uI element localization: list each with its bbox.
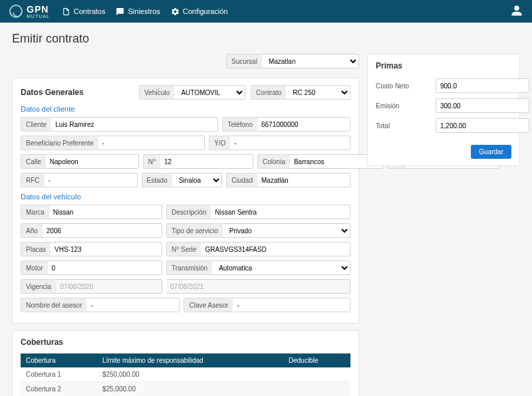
total-input[interactable] [436,118,529,133]
vehiculo-label: Vehículo [139,85,174,100]
serie-input[interactable] [201,242,350,256]
telefono-input[interactable] [257,117,350,132]
nav-contratos[interactable]: Contratos [62,7,106,16]
sucursal-label: Sucursal [226,54,262,68]
datos-generales-card: Datos Generales Vehículo AUTOMOVIL Contr… [12,78,359,324]
calle-input[interactable] [46,154,139,169]
sucursal-select[interactable]: Mazatlan [262,54,359,68]
vehiculo-select[interactable]: AUTOMOVIL [174,85,245,100]
cliente-input[interactable] [51,117,218,132]
contrato-label: Contrato [251,85,286,100]
coberturas-card: Coberturas Cobertura Límite máximo de re… [12,330,359,396]
brand-sub: MUTUAL [27,14,50,19]
servicio-select[interactable]: Privado [223,223,350,238]
coberturas-table: Cobertura Límite máximo de responsabilid… [21,353,350,396]
chat-icon [116,7,124,16]
generales-title: Datos Generales [21,88,134,97]
brand-main: GPN [27,5,50,14]
ano-input[interactable] [43,223,162,238]
guardar-button[interactable]: Guardar [471,145,511,159]
estado-select[interactable]: Sinaloa [172,173,223,187]
top-nav: GPN MUTUAL Contratos Siniestros Configur… [0,0,532,23]
logo-mark-icon [9,5,23,18]
gear-icon [171,7,180,16]
vigencia-to-input[interactable] [166,279,350,294]
clave-asesor-input[interactable] [233,298,350,312]
motor-input[interactable] [48,260,162,275]
user-icon [511,5,523,17]
brand-logo: GPN MUTUAL [9,5,50,19]
table-row: Cobertura 2$25,000.00 [21,382,350,397]
rfc-input[interactable] [45,173,138,187]
contrato-select[interactable]: RC 250 [286,85,350,100]
numero-input[interactable] [160,154,253,169]
beneficiario-input[interactable] [98,136,205,150]
nav-configuracion[interactable]: Configuración [171,7,228,16]
emision-input[interactable] [436,98,529,113]
page-title: Emitir contrato [12,32,520,46]
asesor-input[interactable] [86,298,180,312]
coberturas-title: Coberturas [21,338,350,347]
placas-input[interactable] [51,242,162,256]
transmision-select[interactable]: Automatica [212,260,350,275]
ciudad-input[interactable] [257,173,350,187]
costo-neto-input[interactable] [436,78,529,93]
nav-siniestros[interactable]: Siniestros [116,7,160,16]
file-icon [62,7,70,16]
marca-input[interactable] [49,205,162,219]
primas-title: Primas [376,61,511,70]
primas-card: Primas Costo Neto Emisión Total Guardar [367,54,520,166]
user-menu[interactable] [511,5,523,18]
descripcion-input[interactable] [211,205,350,219]
table-row: Cobertura 1$250,000.00 [21,367,350,382]
vehiculo-subheader: Datos del vehículo [21,193,350,201]
vigencia-from-input[interactable] [56,279,162,294]
yo-input[interactable] [230,136,350,150]
cliente-subheader: Datos del cliente [21,105,350,113]
